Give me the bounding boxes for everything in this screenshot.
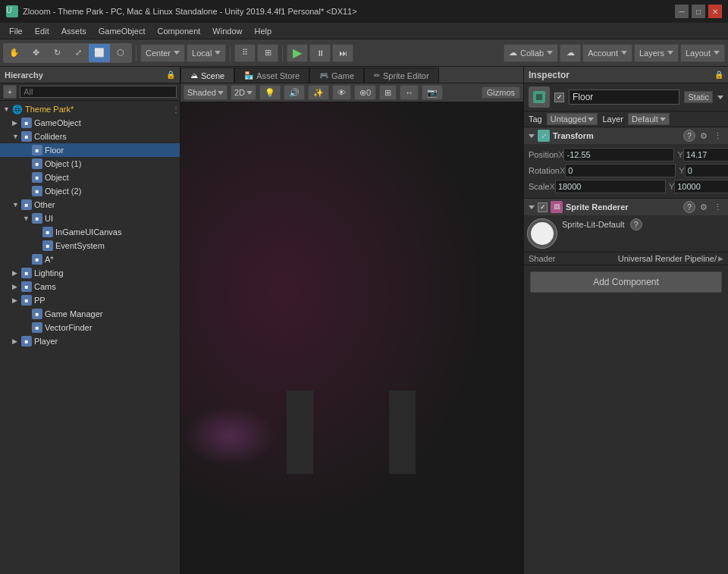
tree-item-gamemanager[interactable]: ▶ ■ Game Manager: [0, 307, 180, 321]
tree-item-gameobject[interactable]: ▶ ■ GameObject: [0, 116, 180, 130]
tab-game[interactable]: 🎮 Game: [309, 67, 364, 83]
center-dropdown[interactable]: Center: [140, 44, 185, 62]
expand-themepark[interactable]: ▼: [3, 105, 12, 113]
tree-item-ingameuicanvas[interactable]: ▶ ■ InGameUICanvas: [0, 225, 180, 239]
layers-dropdown[interactable]: Layers: [634, 44, 679, 62]
gizmos-button[interactable]: Gizmos: [482, 86, 520, 99]
sprite-renderer-settings-btn[interactable]: ⚙: [698, 202, 709, 212]
expand-other[interactable]: ▼: [12, 201, 21, 209]
shading-mode-dropdown[interactable]: Shaded: [184, 85, 228, 100]
fx-btn[interactable]: ✨: [308, 85, 329, 100]
sprite-renderer-checkbox[interactable]: [538, 202, 548, 212]
rotation-x-input[interactable]: [565, 164, 676, 177]
tree-item-object1[interactable]: ▶ ■ Object (1): [0, 157, 180, 171]
expand-ingameuicanvas[interactable]: ▶: [33, 228, 42, 236]
titlebar-controls[interactable]: ─ □ ✕: [675, 5, 722, 18]
grid-btn[interactable]: ⊞: [257, 44, 278, 62]
tree-item-lighting[interactable]: ▶ ■ Lighting: [0, 266, 180, 280]
menu-file[interactable]: File: [3, 25, 29, 37]
scale-y-input[interactable]: [674, 180, 728, 193]
sprite-help-btn[interactable]: ?: [630, 218, 642, 231]
expand-eventsystem[interactable]: ▶: [33, 242, 42, 249]
menu-assets[interactable]: Assets: [55, 25, 93, 37]
scene-move-btn[interactable]: ↔: [400, 85, 419, 100]
menu-gameobject[interactable]: GameObject: [93, 25, 152, 37]
object-name-input[interactable]: [569, 89, 679, 105]
tree-item-cams[interactable]: ▶ ■ Cams: [0, 280, 180, 293]
pause-button[interactable]: ⏸: [309, 44, 331, 62]
scene-grid-btn[interactable]: ⊞: [379, 85, 397, 100]
scene-cam-btn[interactable]: 📷: [422, 85, 443, 100]
play-button[interactable]: ▶: [287, 44, 308, 62]
local-dropdown[interactable]: Local: [187, 44, 226, 62]
tree-item-themepark[interactable]: ▼ 🌐 Theme Park* ⋮: [0, 102, 180, 116]
position-x-input[interactable]: [563, 148, 674, 162]
maximize-button[interactable]: □: [692, 5, 705, 18]
expand-floor[interactable]: ▶: [23, 146, 32, 154]
expand-cams[interactable]: ▶: [12, 283, 21, 290]
tree-item-pp[interactable]: ▶ ■ PP: [0, 293, 180, 307]
transform-help-btn[interactable]: ?: [683, 130, 695, 142]
tree-item-colliders[interactable]: ▼ ■ Colliders: [0, 130, 180, 143]
menu-component[interactable]: Component: [151, 25, 206, 37]
add-hierarchy-button[interactable]: +: [3, 85, 17, 99]
tree-options[interactable]: ⋮: [172, 105, 180, 114]
tab-scene[interactable]: ⛰ Scene: [180, 67, 234, 83]
tree-item-object2[interactable]: ▶ ■ Object (2): [0, 184, 180, 198]
dimension-dropdown[interactable]: 2D: [231, 85, 256, 100]
tree-item-floor[interactable]: ▶ ■ Floor: [0, 143, 180, 157]
minimize-button[interactable]: ─: [675, 5, 689, 18]
sprite-renderer-more-btn[interactable]: ⋮: [712, 202, 723, 212]
tree-item-other[interactable]: ▼ ■ Other: [0, 198, 180, 212]
static-button[interactable]: Static: [684, 91, 713, 103]
tab-spriteeditor[interactable]: ✏ Sprite Editor: [364, 67, 439, 83]
transform-settings-btn[interactable]: ⚙: [698, 131, 709, 141]
position-y-input[interactable]: [683, 148, 728, 162]
step-button[interactable]: ⏭: [332, 44, 353, 62]
hand-tool[interactable]: ✋: [4, 44, 25, 62]
menu-help[interactable]: Help: [248, 25, 278, 37]
expand-lighting[interactable]: ▶: [12, 269, 21, 277]
menu-edit[interactable]: Edit: [29, 25, 55, 37]
tree-item-eventsystem[interactable]: ▶ ■ EventSystem: [0, 239, 180, 252]
tab-assetstore[interactable]: 🏪 Asset Store: [234, 67, 309, 83]
hierarchy-search[interactable]: [20, 86, 177, 98]
rect-tool[interactable]: ⬜: [89, 44, 110, 62]
audio-btn[interactable]: 🔊: [284, 85, 305, 100]
rotation-y-input[interactable]: [685, 164, 728, 177]
expand-object[interactable]: ▶: [23, 174, 32, 181]
expand-vectorfinder[interactable]: ▶: [23, 324, 32, 331]
tree-item-astar[interactable]: ▶ ■ A*: [0, 252, 180, 266]
sprite-renderer-header[interactable]: 🖼 Sprite Renderer ? ⚙ ⋮: [524, 199, 728, 215]
expand-object1[interactable]: ▶: [23, 160, 32, 168]
tree-item-object[interactable]: ▶ ■ Object: [0, 171, 180, 184]
layer-dropdown[interactable]: Default: [628, 113, 670, 125]
transform-tool[interactable]: ⬡: [110, 44, 131, 62]
layout-dropdown[interactable]: Layout: [680, 44, 725, 62]
rotate-tool[interactable]: ↻: [46, 44, 67, 62]
transform-more-btn[interactable]: ⋮: [712, 131, 723, 141]
scene-hidden-btn[interactable]: 👁: [332, 85, 351, 100]
scene-viewport[interactable]: [180, 102, 523, 574]
tree-item-vectorfinder[interactable]: ▶ ■ VectorFinder: [0, 321, 180, 334]
move-tool[interactable]: ✥: [25, 44, 46, 62]
tree-item-player[interactable]: ▶ ■ Player: [0, 334, 180, 348]
cloud-button[interactable]: ☁: [560, 44, 581, 62]
static-arrow[interactable]: [717, 96, 723, 99]
add-component-button[interactable]: Add Component: [530, 271, 722, 293]
expand-pp[interactable]: ▶: [12, 296, 21, 304]
sprite-renderer-help-btn[interactable]: ?: [683, 201, 695, 213]
transform-header[interactable]: ⤢ Transform ? ⚙ ⋮: [524, 127, 728, 144]
tag-dropdown[interactable]: Untagged: [547, 113, 598, 125]
expand-object2[interactable]: ▶: [23, 187, 32, 195]
scale-tool[interactable]: ⤢: [67, 44, 89, 62]
expand-gamemanager[interactable]: ▶: [23, 310, 32, 318]
expand-colliders[interactable]: ▼: [12, 133, 21, 140]
menu-window[interactable]: Window: [206, 25, 248, 37]
snap-btn[interactable]: ⠿: [234, 44, 256, 62]
expand-gameobject[interactable]: ▶: [12, 119, 21, 127]
lighting-btn[interactable]: 💡: [259, 85, 281, 100]
scene-stats-btn[interactable]: ⊕0: [354, 85, 376, 100]
scale-x-input[interactable]: [555, 180, 666, 193]
collab-dropdown[interactable]: ☁ Collab: [504, 44, 558, 62]
